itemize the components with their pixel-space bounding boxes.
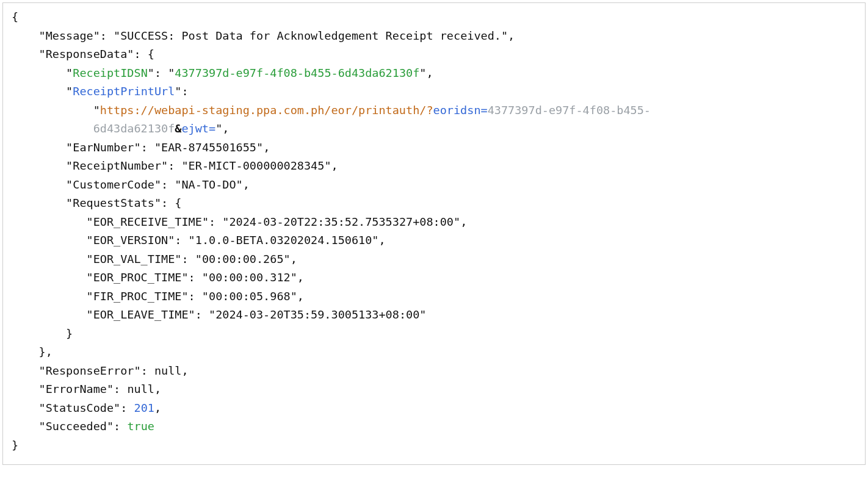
key-receipt-number: ReceiptNumber — [73, 159, 161, 172]
key-error-name: ErrorName — [46, 383, 107, 395]
key-fir-proc-time: FIR_PROC_TIME — [93, 290, 182, 303]
val-eor-leave-time: 2024-03-20T35:59.3005133+08:00 — [215, 308, 419, 321]
json-response-block: { "Message": "SUCCESS: Post Data for Ack… — [2, 2, 866, 465]
val-eor-val-time: 00:00:00.265 — [202, 253, 284, 265]
val-ear-number: EAR-8745501655 — [161, 141, 256, 154]
key-receipt-print-url: ReceiptPrintUrl — [73, 85, 175, 98]
print-url-param-val-1: 4377397d-e97f-4f08-b455- — [488, 104, 651, 117]
val-error-name: null — [127, 383, 154, 395]
key-response-data: ResponseData — [46, 48, 128, 60]
key-ear-number: EarNumber — [73, 141, 134, 154]
key-response-error: ResponseError — [46, 364, 134, 377]
key-customer-code: CustomerCode — [73, 178, 154, 191]
key-eor-proc-time: EOR_PROC_TIME — [93, 271, 182, 284]
val-eor-proc-time: 00:00:00.312 — [209, 271, 291, 284]
val-succeeded: true — [127, 420, 154, 433]
key-receipt-idsn: ReceiptIDSN — [73, 67, 148, 79]
print-url-amp: & — [175, 122, 181, 135]
print-url-param-key: eoridsn= — [433, 104, 488, 117]
print-url-param2-key: ejwt= — [181, 122, 215, 135]
print-url-base: https://webapi-staging.ppa.com.ph/eor/pr… — [100, 104, 433, 117]
val-receipt-number: ER-MICT-000000028345 — [189, 159, 325, 172]
val-eor-version: 1.0.0-BETA.03202024.150610 — [195, 234, 372, 246]
val-customer-code: NA-TO-DO — [181, 178, 236, 191]
val-message: SUCCESS: Post Data for Acknowledgement R… — [120, 29, 501, 42]
key-status-code: StatusCode — [46, 401, 114, 414]
print-url-param-val-2: 6d43da62130f — [93, 122, 175, 135]
key-succeeded: Succeeded — [46, 420, 107, 433]
val-receipt-idsn: 4377397d-e97f-4f08-b455-6d43da62130f — [175, 67, 419, 79]
key-request-stats: RequestStats — [73, 196, 154, 209]
val-response-error: null — [154, 364, 182, 377]
val-fir-proc-time: 00:00:05.968 — [209, 290, 291, 303]
val-status-code: 201 — [134, 401, 154, 414]
val-eor-receive-time: 2024-03-20T22:35:52.7535327+08:00 — [229, 215, 454, 228]
key-eor-version: EOR_VERSION — [93, 234, 168, 246]
key-eor-leave-time: EOR_LEAVE_TIME — [93, 308, 189, 321]
key-eor-receive-time: EOR_RECEIVE_TIME — [93, 215, 202, 228]
key-message: Message — [46, 29, 93, 42]
key-eor-val-time: EOR_VAL_TIME — [93, 253, 175, 265]
